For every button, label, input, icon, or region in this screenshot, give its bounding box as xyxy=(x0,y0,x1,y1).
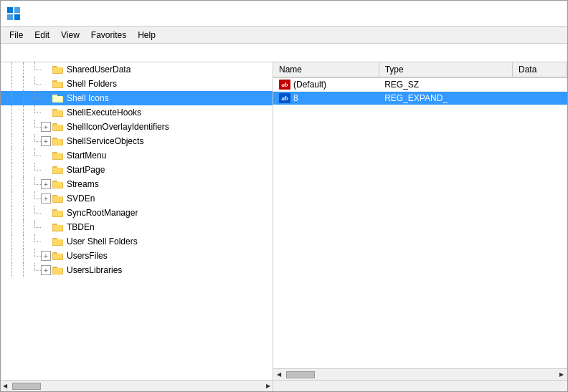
tree-expander[interactable]: + xyxy=(41,265,51,275)
folder-icon xyxy=(52,107,64,118)
maximize-button[interactable] xyxy=(508,5,534,22)
registry-entry-name: 8 xyxy=(293,93,298,103)
svg-rect-0 xyxy=(7,7,13,13)
tree-item-label: SharedUserData xyxy=(67,64,131,75)
folder-icon xyxy=(52,64,64,75)
tree-item-label: ShellServiceObjects xyxy=(67,136,143,146)
tree-item-label: TBDEn xyxy=(67,222,95,232)
svg-rect-12 xyxy=(53,96,62,102)
folder-icon xyxy=(52,236,64,247)
tree-expander[interactable]: + xyxy=(41,251,51,261)
tree-item-label: Streams xyxy=(67,179,99,189)
svg-rect-2 xyxy=(7,14,13,20)
svg-rect-1 xyxy=(14,7,20,13)
tree-item[interactable]: Shell Icons xyxy=(1,91,273,105)
tree-item[interactable]: + ShellIconOverlayIdentifiers xyxy=(1,120,273,134)
tree-item[interactable]: + UsersFiles xyxy=(1,249,273,263)
close-button[interactable] xyxy=(536,5,562,22)
window-controls xyxy=(481,5,562,22)
tree-expander[interactable]: + xyxy=(41,179,51,189)
tree-item[interactable]: StartPage xyxy=(1,163,273,177)
tree-pane: SharedUserData Shell Folders Shell Icons… xyxy=(1,62,273,380)
tree-item[interactable]: ShellExecuteHooks xyxy=(1,105,273,120)
tree-expander[interactable]: + xyxy=(41,136,51,146)
tree-item-label: Shell Folders xyxy=(67,79,117,89)
menu-item-favorites[interactable]: Favorites xyxy=(85,29,132,42)
tree-item-label: Shell Icons xyxy=(67,93,109,103)
svg-rect-39 xyxy=(53,225,62,231)
tree-scrollbar-h[interactable]: ◀ ▶ xyxy=(1,381,273,391)
svg-rect-24 xyxy=(53,153,62,159)
svg-rect-48 xyxy=(53,268,62,274)
col-type: Type xyxy=(379,62,512,77)
registry-editor-window: FileEditViewFavoritesHelp SharedUserData… xyxy=(0,0,568,392)
tree-scroll[interactable]: SharedUserData Shell Folders Shell Icons… xyxy=(1,62,273,380)
minimize-button[interactable] xyxy=(481,5,507,22)
svg-rect-15 xyxy=(53,110,62,116)
registry-entry-name: (Default) xyxy=(293,80,326,90)
svg-rect-27 xyxy=(53,168,62,173)
tree-item-label: SVDEn xyxy=(67,193,95,204)
scroll-right-icon[interactable]: ▶ xyxy=(557,371,566,378)
tree-item[interactable]: + ShellServiceObjects xyxy=(1,134,273,148)
tree-item-label: StartPage xyxy=(67,165,105,175)
col-name: Name xyxy=(273,62,379,77)
reg-type-icon: ab xyxy=(279,80,290,90)
tree-item[interactable]: + UsersLibraries xyxy=(1,263,273,277)
address-bar xyxy=(1,44,567,62)
tree-item-label: UsersFiles xyxy=(67,251,108,261)
svg-rect-36 xyxy=(53,211,62,216)
folder-icon xyxy=(52,121,64,133)
main-content: SharedUserData Shell Folders Shell Icons… xyxy=(1,62,567,380)
svg-rect-33 xyxy=(53,196,62,202)
folder-icon xyxy=(52,164,64,176)
right-pane: Name Type Data ab(Default)REG_SZab8REG_E… xyxy=(273,62,567,380)
tree-scroll-left-icon[interactable]: ◀ xyxy=(1,382,9,390)
tree-item-label: SyncRootManager xyxy=(67,208,138,218)
registry-table[interactable]: Name Type Data ab(Default)REG_SZab8REG_E… xyxy=(273,62,567,368)
folder-icon xyxy=(52,92,64,104)
menu-item-view[interactable]: View xyxy=(55,29,85,42)
right-scrollbar-h[interactable]: ◀ ▶ xyxy=(273,368,567,380)
tree-item-label: ShellIconOverlayIdentifiers xyxy=(67,122,169,132)
tree-item[interactable]: TBDEn xyxy=(1,220,273,234)
svg-rect-3 xyxy=(14,14,20,20)
tree-item[interactable]: SharedUserData xyxy=(1,62,273,77)
registry-type-cell: REG_EXPAND_ xyxy=(379,92,512,105)
svg-rect-18 xyxy=(53,125,62,130)
tree-item-label: User Shell Folders xyxy=(67,236,138,247)
table-row[interactable]: ab(Default)REG_SZ xyxy=(273,77,567,92)
svg-rect-42 xyxy=(53,239,62,245)
folder-icon xyxy=(52,250,64,262)
folder-icon xyxy=(52,193,64,204)
registry-data-cell xyxy=(512,92,567,105)
reg-type-icon: ab xyxy=(279,93,290,103)
scroll-left-icon[interactable]: ◀ xyxy=(275,371,283,378)
tree-item[interactable]: Shell Folders xyxy=(1,77,273,91)
folder-icon xyxy=(52,264,64,276)
tree-expander[interactable]: + xyxy=(41,193,51,204)
folder-icon xyxy=(52,207,64,219)
tree-item[interactable]: SyncRootManager xyxy=(1,206,273,220)
folder-icon xyxy=(52,221,64,233)
menu-item-edit[interactable]: Edit xyxy=(29,29,55,42)
tree-scroll-right-icon[interactable]: ▶ xyxy=(264,382,273,390)
app-icon xyxy=(6,6,21,21)
tree-item[interactable]: + SVDEn xyxy=(1,191,273,206)
menu-item-file[interactable]: File xyxy=(4,29,29,42)
tree-item-label: StartMenu xyxy=(67,150,106,161)
menu-bar: FileEditViewFavoritesHelp xyxy=(1,27,567,44)
table-row[interactable]: ab8REG_EXPAND_ xyxy=(273,92,567,105)
menu-item-help[interactable]: Help xyxy=(132,29,161,42)
registry-data-cell xyxy=(512,77,567,92)
tree-item[interactable]: + Streams xyxy=(1,177,273,191)
tree-item-label: UsersLibraries xyxy=(67,265,122,275)
svg-rect-9 xyxy=(53,82,62,87)
tree-item[interactable]: StartMenu xyxy=(1,148,273,163)
tree-item-label: ShellExecuteHooks xyxy=(67,107,141,118)
tree-expander[interactable]: + xyxy=(41,122,51,132)
svg-rect-6 xyxy=(53,67,62,73)
svg-rect-21 xyxy=(53,139,62,145)
title-bar xyxy=(1,1,567,27)
tree-item[interactable]: User Shell Folders xyxy=(1,234,273,249)
